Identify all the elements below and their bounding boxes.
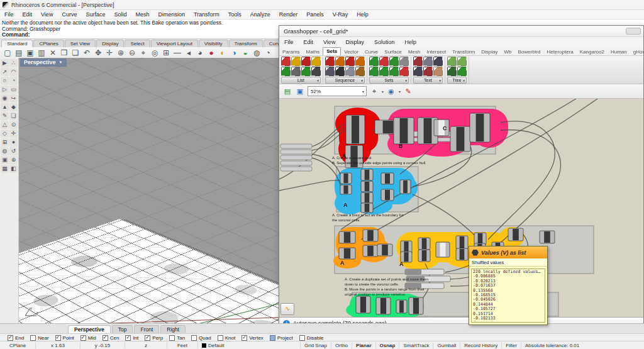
grasshopper-tab[interactable]: Sets bbox=[323, 47, 341, 55]
component-icon[interactable] bbox=[447, 67, 457, 76]
gh-component-body[interactable] bbox=[343, 186, 348, 194]
component-icon[interactable] bbox=[423, 57, 433, 66]
gh-component-body[interactable] bbox=[380, 298, 386, 314]
gh-component-body[interactable] bbox=[399, 301, 404, 313]
status-cell[interactable]: Feet bbox=[167, 343, 198, 348]
gh-component-body[interactable] bbox=[365, 182, 370, 191]
gh-component-body[interactable] bbox=[476, 114, 484, 141]
int-checkbox[interactable] bbox=[125, 335, 131, 341]
tan-checkbox[interactable] bbox=[169, 335, 175, 341]
rhino-tool-icon[interactable]: ◇ bbox=[1, 130, 9, 138]
rhino-tool-icon[interactable]: ↗ bbox=[1, 68, 9, 76]
rhino-menu-item[interactable]: Surface bbox=[81, 11, 109, 18]
component-icon[interactable] bbox=[433, 67, 443, 76]
component-icon[interactable] bbox=[311, 67, 321, 76]
grasshopper-tab[interactable]: Bowerbird bbox=[515, 48, 544, 55]
chevron-down-icon[interactable]: ▾ bbox=[399, 89, 401, 94]
canvas-radar-button[interactable]: ∿ bbox=[280, 303, 294, 315]
layer-chip[interactable]: Default bbox=[198, 343, 301, 348]
knot-checkbox[interactable] bbox=[218, 335, 223, 341]
palette-group-label[interactable]: Tree▾ bbox=[447, 77, 467, 84]
grasshopper-tab[interactable]: Display bbox=[478, 48, 501, 55]
rhino-menu-item[interactable]: Transform bbox=[189, 11, 224, 18]
rhino-menu-item[interactable]: Solid bbox=[109, 11, 131, 18]
gh-component-body[interactable] bbox=[413, 298, 419, 314]
component-icon[interactable] bbox=[291, 67, 301, 76]
component-icon[interactable] bbox=[345, 57, 355, 66]
rhino-tool-icon[interactable]: ▢ bbox=[3, 48, 13, 58]
toolbar-tab[interactable]: CPlanes bbox=[33, 40, 64, 47]
grasshopper-menu-item[interactable]: File bbox=[279, 39, 299, 45]
component-icon[interactable] bbox=[355, 57, 365, 66]
gh-component-body[interactable] bbox=[343, 174, 348, 183]
component-icon[interactable] bbox=[301, 67, 311, 76]
quad-checkbox[interactable] bbox=[191, 335, 197, 341]
toolbar-tab[interactable]: Set View bbox=[65, 40, 96, 47]
gh-component-body[interactable] bbox=[383, 121, 394, 133]
rhino-menu-item[interactable]: Render bbox=[275, 11, 303, 18]
gh-component-body[interactable] bbox=[352, 116, 359, 143]
status-toggle[interactable]: Planar bbox=[352, 343, 375, 348]
grasshopper-tab[interactable]: Human bbox=[608, 48, 630, 55]
osnap-item[interactable]: Quad bbox=[191, 335, 211, 341]
grasshopper-tab[interactable]: Params bbox=[279, 48, 303, 55]
rhino-tool-icon[interactable]: ◧ bbox=[9, 165, 18, 173]
rhino-tool-icon[interactable]: ↪ bbox=[9, 94, 18, 102]
component-icon[interactable] bbox=[369, 67, 379, 76]
viewport-tab[interactable]: Top bbox=[112, 325, 133, 333]
osnap-item[interactable]: Point bbox=[55, 335, 74, 341]
rhino-menu-item[interactable]: Edit bbox=[18, 11, 37, 18]
rhino-tool-icon[interactable]: ○ bbox=[1, 77, 9, 85]
rhino-tool-icon[interactable]: ● bbox=[206, 48, 216, 58]
grasshopper-tab[interactable]: Mesh bbox=[405, 48, 424, 55]
rhino-tool-icon[interactable]: ◠ bbox=[9, 68, 18, 76]
rhino-tool-icon[interactable]: — bbox=[172, 48, 182, 58]
grasshopper-tab[interactable]: Transform bbox=[449, 48, 478, 55]
component-icon[interactable] bbox=[335, 57, 345, 66]
gh-component-body[interactable] bbox=[385, 174, 390, 184]
rhino-menu-item[interactable]: V-Ray bbox=[328, 11, 353, 18]
gh-component-body[interactable] bbox=[422, 238, 427, 249]
gh-component-body[interactable] bbox=[367, 230, 374, 241]
component-icon[interactable] bbox=[345, 67, 355, 76]
grasshopper-tab[interactable]: Curve bbox=[362, 48, 381, 55]
component-icon[interactable] bbox=[423, 67, 433, 76]
perp-checkbox[interactable] bbox=[145, 335, 150, 341]
rhino-tool-icon[interactable]: ◉ bbox=[1, 94, 9, 102]
osnap-item[interactable]: End bbox=[8, 335, 24, 341]
toolbar-tab[interactable]: Standard bbox=[1, 40, 33, 47]
rhino-tool-icon[interactable]: ↺ bbox=[9, 147, 18, 155]
gh-component-body[interactable] bbox=[460, 249, 465, 260]
grasshopper-tab[interactable]: Vector bbox=[341, 48, 362, 55]
rhino-tool-icon[interactable]: ❏ bbox=[70, 48, 80, 58]
component-icon[interactable] bbox=[457, 57, 467, 66]
component-icon[interactable] bbox=[291, 57, 301, 66]
toolbar-tab[interactable]: Viewport Layout bbox=[151, 40, 198, 47]
absolute-tolerance[interactable]: Absolute tolerance: 0.01 bbox=[521, 343, 583, 348]
component-icon[interactable] bbox=[281, 67, 291, 76]
param-bar[interactable] bbox=[280, 155, 312, 160]
gh-component-body[interactable] bbox=[440, 243, 446, 257]
window-controls[interactable] bbox=[626, 28, 641, 35]
chevron-down-icon[interactable]: ▾ bbox=[382, 89, 384, 94]
gh-component-body[interactable] bbox=[382, 245, 388, 255]
viewport-tab[interactable]: Front bbox=[134, 325, 159, 333]
status-toggle[interactable]: Ortho bbox=[331, 343, 352, 348]
viewport-title-chip[interactable]: Perspective ▼ bbox=[20, 58, 67, 67]
rhino-tool-icon[interactable]: ⊖ bbox=[127, 48, 137, 58]
rhino-tool-icon[interactable]: ▤ bbox=[14, 48, 24, 58]
grasshopper-tab[interactable]: Surface bbox=[381, 48, 405, 55]
status-cell[interactable]: CPlane bbox=[0, 343, 36, 348]
toolbar-tab[interactable]: Select bbox=[125, 40, 150, 47]
project-checkbox[interactable] bbox=[270, 335, 275, 341]
component-icon[interactable] bbox=[379, 57, 389, 66]
status-toggle[interactable]: SmartTrack bbox=[399, 343, 433, 348]
chevron-down-icon[interactable]: ▾ bbox=[463, 79, 465, 82]
gh-component-body[interactable] bbox=[365, 170, 370, 180]
status-toggle[interactable]: Gumball bbox=[433, 343, 460, 348]
rhino-tool-icon[interactable]: △ bbox=[1, 121, 9, 129]
zoom-select[interactable]: 52% ▾ bbox=[308, 86, 367, 96]
palette-group-label[interactable]: List▾ bbox=[281, 77, 321, 84]
gh-component-body[interactable] bbox=[544, 231, 550, 243]
rhino-tool-icon[interactable]: ▦ bbox=[1, 165, 9, 173]
